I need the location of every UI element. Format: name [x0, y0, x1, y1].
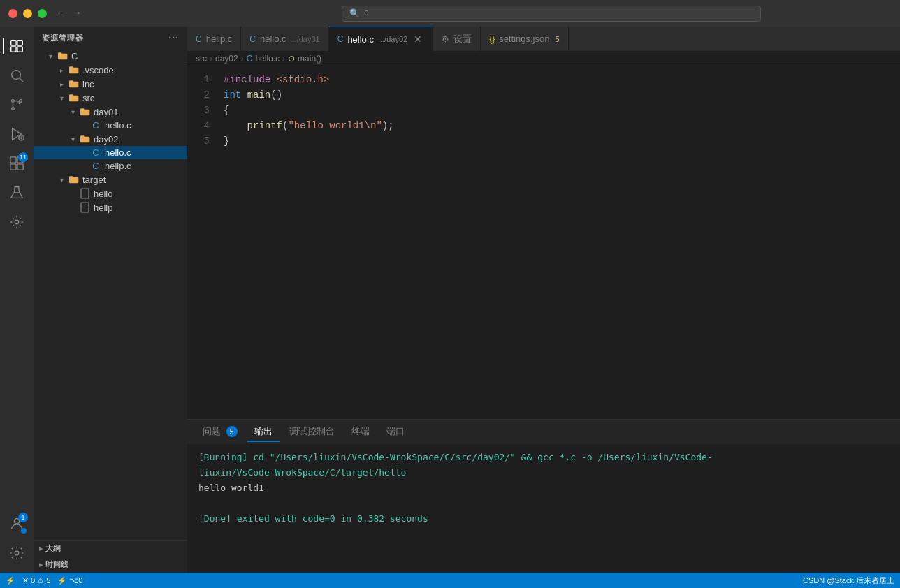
json-icon: {}: [489, 34, 495, 44]
tab-settings[interactable]: ⚙ 设置: [433, 27, 481, 51]
tree-arrow-target: ▾: [56, 176, 67, 184]
problems-badge: 5: [226, 426, 238, 437]
panel-tab-terminal[interactable]: 终端: [344, 422, 377, 442]
activity-account[interactable]: 1: [3, 510, 31, 538]
tree-item-day01[interactable]: ▾ day01: [34, 105, 187, 119]
breadcrumb-sep: ›: [210, 54, 212, 64]
svg-rect-0: [11, 41, 16, 45]
panel-tab-debug-label: 调试控制台: [289, 426, 335, 436]
svg-rect-21: [81, 203, 89, 212]
folder-icon: [78, 106, 91, 117]
back-button[interactable]: ←: [58, 7, 65, 20]
folder-icon: [67, 64, 80, 75]
status-csdn[interactable]: CSDN @Stack 后来者居上: [803, 575, 894, 586]
activity-source-control[interactable]: [3, 91, 31, 119]
tree-item-c-root[interactable]: ▾ C: [34, 49, 187, 63]
breadcrumb-fn[interactable]: main(): [298, 54, 321, 64]
panel-tab-debug-console[interactable]: 调试控制台: [282, 422, 342, 442]
tree-item-vscode[interactable]: ▸ .vscode: [34, 63, 187, 77]
code-editor[interactable]: 1 2 3 4 5 #include <stdio.h> int main() …: [187, 66, 900, 419]
folder-icon: [78, 133, 91, 145]
svg-point-7: [20, 100, 22, 103]
status-remote[interactable]: ⚡: [6, 576, 15, 585]
activity-explorer[interactable]: [3, 32, 31, 60]
tab-close-button[interactable]: ✕: [412, 33, 424, 45]
tab-hellp-c[interactable]: C hellp.c: [187, 27, 241, 51]
breadcrumb-src[interactable]: src: [196, 54, 207, 64]
search-icon: 🔍: [349, 8, 360, 19]
breadcrumb-file[interactable]: hello.c: [255, 54, 280, 64]
svg-rect-16: [17, 164, 23, 170]
activity-testing[interactable]: [3, 179, 31, 207]
tree-item-hello-bin[interactable]: ▸ hello: [34, 186, 187, 200]
remote-icon: ⚡: [6, 576, 15, 585]
tree-item-hello-c-active[interactable]: ▸ C hello.c: [34, 146, 187, 159]
line-num-2: 2: [187, 87, 210, 103]
svg-rect-13: [10, 157, 16, 163]
tab-settings-json[interactable]: {} settings.json 5: [481, 27, 568, 51]
tree-item-src[interactable]: ▾ src: [34, 91, 187, 105]
output-line-2: liuxin/VsCode-WrokSpace/C/target/hello: [198, 465, 889, 480]
breadcrumb-day02[interactable]: day02: [215, 54, 238, 64]
panel-tab-ports-label: 端口: [386, 426, 405, 436]
outline-section-header[interactable]: ▸ 大纲: [34, 541, 187, 557]
svg-point-17: [15, 220, 19, 224]
c-file-icon: C: [196, 34, 202, 44]
tab-hello-c-day02[interactable]: C hello.c .../day02 ✕: [329, 27, 433, 51]
activity-settings[interactable]: [3, 539, 31, 567]
minimize-button[interactable]: [23, 9, 32, 18]
navigation-buttons: ← →: [58, 7, 80, 20]
code-line-3: {: [224, 103, 900, 118]
activity-bottom: 1: [3, 510, 31, 573]
no-config-text: ⌥0: [69, 576, 82, 585]
tree-item-target[interactable]: ▾ target: [34, 172, 187, 186]
tab-hello-c-day01[interactable]: C hello.c .../day01: [241, 27, 328, 51]
output-line-5: [Done] exited with code=0 in 0.382 secon…: [198, 511, 889, 527]
settings-icon: ⚙: [442, 34, 449, 44]
tree-item-hello-c-day01[interactable]: ▸ C hello.c: [34, 119, 187, 132]
activity-extensions[interactable]: 11: [3, 149, 31, 177]
panel-tab-problems[interactable]: 问题 5: [196, 422, 245, 442]
activity-run-debug[interactable]: [3, 120, 31, 148]
tab-label: hellp.c: [206, 34, 233, 44]
file-tree: ▾ C ▸ .vscode ▸: [34, 49, 187, 540]
status-errors[interactable]: ✕ 0 ⚠ 5: [22, 576, 50, 585]
tree-item-hellp-bin[interactable]: ▸ hellp: [34, 200, 187, 214]
breadcrumb: src › day02 › C hello.c › ⊙ main(): [187, 51, 900, 66]
tree-label-hello-bin: hello: [94, 189, 187, 199]
svg-rect-3: [17, 47, 22, 52]
search-bar[interactable]: 🔍 c: [342, 6, 761, 22]
tree-arrow-src: ▾: [56, 94, 67, 102]
svg-point-6: [12, 100, 15, 103]
timeline-section-header[interactable]: ▸ 时间线: [34, 557, 187, 573]
tree-item-hellp-c[interactable]: ▸ C hellp.c: [34, 159, 187, 172]
tab-label: 设置: [453, 33, 472, 45]
panel-tab-output[interactable]: 输出: [247, 422, 280, 442]
activity-remote[interactable]: [3, 208, 31, 236]
code-content[interactable]: #include <stdio.h> int main() { printf("…: [215, 66, 900, 419]
svg-point-8: [12, 108, 15, 110]
output-line-3: hello world1: [198, 480, 889, 496]
maximize-button[interactable]: [38, 9, 47, 18]
status-no-config[interactable]: ⚡ ⌥0: [57, 576, 82, 585]
activity-search[interactable]: [3, 61, 31, 89]
tree-arrow-day02: ▾: [67, 135, 78, 143]
c-file-icon: C: [338, 34, 344, 44]
tree-item-day02[interactable]: ▾ day02: [34, 132, 187, 146]
code-line-1: #include <stdio.h>: [224, 72, 900, 87]
main-layout: 11 1: [0, 27, 900, 573]
activity-bar: 11 1: [0, 27, 34, 573]
line-num-5: 5: [187, 133, 210, 149]
timeline-label: 时间线: [45, 559, 68, 570]
breadcrumb-sep: ›: [241, 54, 244, 64]
sidebar-more-icon[interactable]: ···: [168, 32, 179, 43]
tree-label-hello-c-day01: hello.c: [105, 120, 187, 131]
tab-label: hello.c: [260, 34, 286, 44]
svg-rect-15: [10, 164, 16, 170]
forward-button[interactable]: →: [73, 7, 80, 20]
close-button[interactable]: [8, 9, 17, 18]
tree-label-vscode: .vscode: [82, 65, 187, 75]
panel-tab-ports[interactable]: 端口: [379, 422, 412, 442]
tree-item-inc[interactable]: ▸ inc: [34, 77, 187, 91]
sidebar: 资源管理器 ··· ▾ C ▸ .vscode: [34, 27, 187, 573]
